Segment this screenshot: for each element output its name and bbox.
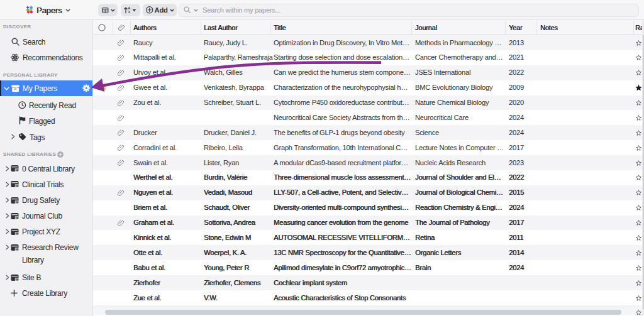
svg-text:2: 2 (128, 10, 130, 14)
